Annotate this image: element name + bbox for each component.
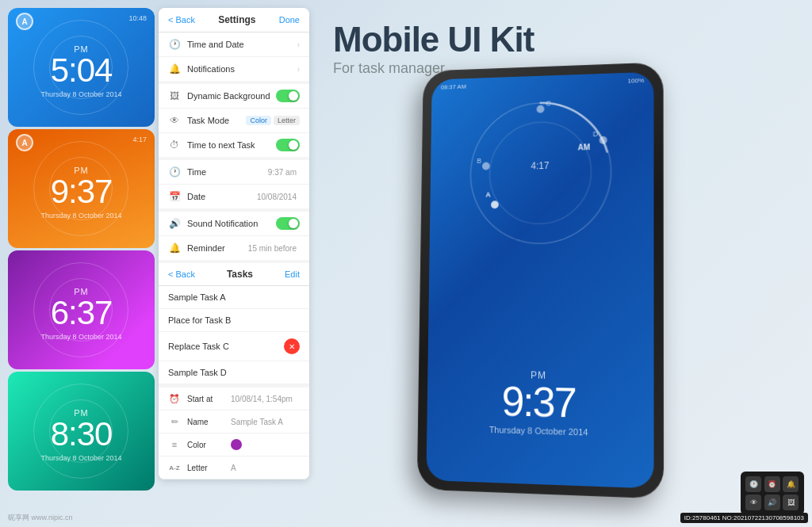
calendar-icon: 📅 [168, 190, 181, 203]
letter-label: Letter [187, 464, 231, 472]
task-name-d: Sample Task D [168, 368, 227, 377]
settings-row-notifications[interactable]: 🔔 Notifications › [159, 57, 309, 81]
task-name-c: Replace Task C [168, 342, 229, 351]
id-badge: ID:25780461 NO:20210722130708598103 [680, 513, 808, 523]
dynamic-bg-toggle[interactable] [276, 90, 300, 102]
task-item-b[interactable]: Place for Task B [159, 309, 309, 332]
settings-row-date: 📅 Date 10/08/2014 [159, 185, 309, 208]
clock-icon-2: 🕐 [168, 166, 181, 178]
settings-row-time-date[interactable]: 🕐 Time and Date › [159, 32, 309, 57]
date-label: Date [187, 192, 257, 201]
tasks-header: < Back Tasks Edit [159, 263, 309, 286]
screen-2: A 4:17 PM 9:37 Thursday 8 October 2014 [8, 129, 155, 248]
settings-section-1: 🕐 Time and Date › 🔔 Notifications › [159, 32, 309, 81]
color-button[interactable]: Color [246, 116, 271, 125]
settings-section-3: 🕐 Time 9:37 am 📅 Date 10/08/2014 [159, 160, 309, 208]
bars-icon: ≡ [168, 438, 181, 451]
settings-row-task-mode[interactable]: 👁 Task Mode Color Letter [159, 109, 309, 133]
color-label: Color [187, 441, 231, 449]
settings-back-button[interactable]: < Back [168, 15, 195, 25]
main-content: Mobile UI Kit For task manager 08:37 AM … [313, 0, 812, 527]
sound-label: Sound Notification [187, 219, 276, 228]
task-name-b: Place for Task B [168, 315, 231, 325]
eye-icon: 👁 [168, 114, 181, 127]
tasks-panel-title: Tasks [227, 269, 253, 280]
settings-row-time-next[interactable]: ⏱ Time to next Task [159, 133, 309, 157]
detail-row-start: ⏰ Start at 10/08/14, 1:54pm [159, 388, 309, 411]
svg-point-6 [537, 105, 545, 113]
phone-mockup: 08:37 AM 100% A B [353, 63, 749, 507]
svg-text:D: D [593, 130, 599, 138]
status-battery: 100% [628, 77, 645, 85]
task-list: Sample Task A Place for Task B Replace T… [159, 286, 309, 384]
chevron-icon-2: › [297, 65, 300, 74]
icon-speaker: 🔊 [764, 495, 780, 510]
tasks-back-button[interactable]: < Back [168, 269, 195, 279]
phone-date: Thursday 8 October 2014 [427, 423, 653, 439]
task-delete-button[interactable]: ✕ [284, 338, 300, 354]
sound-toggle[interactable] [276, 217, 300, 230]
time-next-toggle[interactable] [276, 139, 300, 151]
pencil-icon: ✏ [168, 415, 181, 428]
svg-text:AM: AM [578, 143, 591, 151]
image-icon: 🖼 [168, 90, 181, 102]
notifications-label: Notifications [187, 64, 297, 74]
detail-row-letter: A-Z Letter A [159, 456, 309, 479]
clock-icon: 🕐 [168, 38, 181, 51]
time-label: Time [187, 167, 268, 177]
circle-deco-md-2 [49, 157, 113, 220]
phone-screen-inner: 08:37 AM 100% A B [426, 72, 653, 489]
time-small-s1: 10:48 [128, 14, 147, 22]
svg-point-4 [482, 162, 490, 170]
settings-row-time: 🕐 Time 9:37 am [159, 160, 309, 185]
status-time: 08:37 AM [441, 83, 466, 91]
tasks-edit-button[interactable]: Edit [285, 269, 300, 279]
detail-section: ⏰ Start at 10/08/14, 1:54pm ✏ Name Sampl… [159, 388, 309, 479]
task-item-c[interactable]: Replace Task C ✕ [159, 332, 309, 361]
reminder-value: 15 min before [248, 244, 297, 253]
settings-row-reminder: 🔔 Reminder 15 min before [159, 236, 309, 260]
settings-row-sound[interactable]: 🔊 Sound Notification [159, 212, 309, 236]
circle-deco-md-3 [49, 278, 113, 342]
name-label: Name [187, 418, 231, 426]
svg-point-1 [489, 121, 592, 224]
task-mode-label: Task Mode [187, 116, 246, 125]
settings-row-dynamic-bg[interactable]: 🖼 Dynamic Background [159, 84, 309, 109]
letter-button[interactable]: Letter [274, 116, 300, 125]
task-name-a: Sample Task A [168, 292, 226, 302]
icon-eye: 👁 [745, 495, 761, 510]
svg-text:B: B [477, 157, 481, 165]
date-value: 10/08/2014 [257, 193, 297, 201]
task-item-a[interactable]: Sample Task A [159, 286, 309, 309]
speaker-icon: 🔊 [168, 217, 181, 230]
dynamic-bg-label: Dynamic Background [187, 91, 276, 101]
icon-clock: 🕐 [745, 476, 761, 492]
bottom-icon-grid: 🕐 ⏰ 🔔 👁 🔊 🖼 [741, 472, 804, 515]
time-small-s2: 4:17 [132, 136, 147, 143]
screen-3: PM 6:37 Thursday 8 October 2014 [8, 250, 155, 369]
chevron-icon-1: › [297, 40, 300, 49]
task-item-d[interactable]: Sample Task D [159, 361, 309, 384]
settings-done-button[interactable]: Done [279, 15, 300, 25]
settings-header: < Back Settings Done [159, 8, 309, 32]
avatar-s1: A [16, 13, 33, 30]
color-indicator [231, 439, 242, 450]
start-label: Start at [187, 395, 231, 403]
start-value: 10/08/14, 1:54pm [231, 395, 300, 403]
name-value: Sample Task A [231, 418, 300, 426]
bell-icon-1: 🔔 [168, 63, 181, 75]
settings-section-4: 🔊 Sound Notification 🔔 Reminder 15 min b… [159, 212, 309, 260]
timer-icon-2: ⏰ [168, 392, 181, 405]
phone-time: 9:37 [427, 379, 654, 426]
icon-alarm: ⏰ [764, 476, 780, 492]
time-date-label: Time and Date [187, 40, 297, 49]
watermark: 昵享网 www.nipic.cn [8, 513, 73, 523]
clock-svg: A B C D AM 4:17 [462, 93, 619, 252]
letter-value: A [231, 464, 236, 472]
timer-icon: ⏱ [168, 139, 181, 151]
screen-4: PM 8:30 Thursday 8 October 2014 [8, 372, 155, 491]
settings-section-2: 🖼 Dynamic Background 👁 Task Mode Color L… [159, 84, 309, 157]
svg-text:4:17: 4:17 [531, 160, 550, 171]
icon-bell: 🔔 [783, 476, 799, 492]
time-next-label: Time to next Task [187, 140, 276, 150]
